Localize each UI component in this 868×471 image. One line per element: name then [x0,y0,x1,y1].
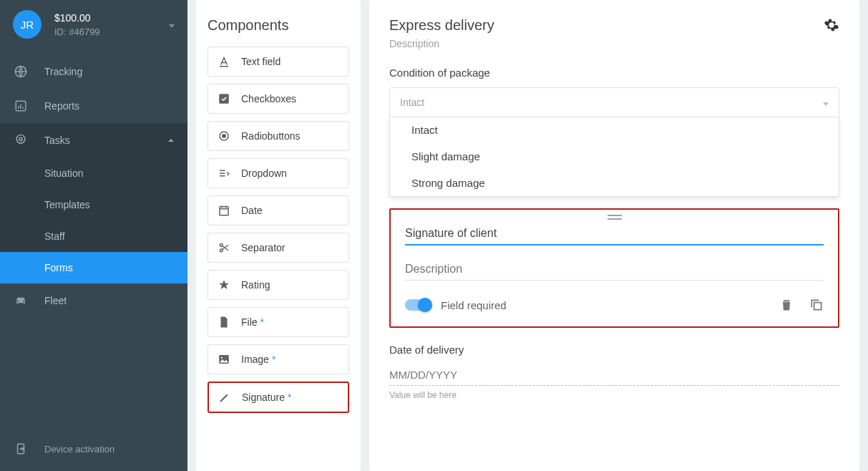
nav-label: Reports [44,100,79,112]
field-name-input[interactable] [405,223,824,246]
svg-rect-3 [20,105,21,109]
svg-rect-16 [608,215,622,216]
component-radiobuttons[interactable]: Radiobuttons [208,121,349,151]
date-input[interactable] [389,364,839,386]
component-image[interactable]: Image * [208,344,349,374]
svg-rect-18 [814,303,821,310]
comp-label: Separator [241,242,285,253]
field-description-input[interactable] [405,258,824,281]
cut-icon [217,241,231,255]
svg-rect-11 [220,207,228,215]
pencil-icon [218,390,232,404]
drag-handle-icon[interactable] [608,214,622,221]
comp-label: File [241,316,258,328]
required-star: * [272,354,275,365]
car-icon [13,293,29,309]
calendar-icon [217,203,231,218]
required-toggle[interactable] [405,299,431,311]
comp-label: Dropdown [241,167,287,179]
editor-panel: Express delivery Description Condition o… [369,0,859,471]
component-file[interactable]: File * [208,307,349,337]
component-separator[interactable]: Separator [208,233,349,263]
date-hint: Value will be here [389,390,839,400]
chevron-down-icon [823,97,829,108]
avatar: JR [13,10,42,39]
comp-label: Checkboxes [241,93,296,105]
editor-header: Express delivery Description [389,17,839,49]
condition-options: Intact Slight damage Strong damage [389,117,839,197]
form-description: Description [389,38,494,49]
user-block[interactable]: JR $100.00 ID: #46799 [0,0,187,49]
comp-label: Date [241,205,263,216]
svg-point-10 [223,135,226,138]
svg-rect-17 [608,218,622,220]
nav-templates[interactable]: Templates [0,189,187,220]
user-balance: $100.00 [54,12,100,24]
option-intact[interactable]: Intact [390,117,839,143]
svg-point-13 [220,249,223,252]
field-controls: Field required [405,298,824,312]
comp-label: Signature [242,392,285,403]
nav-staff[interactable]: Staff [0,220,187,252]
required-label: Field required [441,299,507,311]
required-star: * [260,316,264,328]
device-activation[interactable]: Device activation [0,431,187,467]
svg-point-5 [16,135,25,144]
date-field: Date of delivery Value will be here [389,344,839,400]
globe-icon [13,64,29,79]
nav-tasks[interactable]: Tasks [0,123,187,157]
components-panel: Components Text field Checkboxes Radiobu… [196,0,361,471]
nav-fleet[interactable]: Fleet [0,283,187,318]
svg-point-12 [220,243,223,246]
dropdown-value: Intact [400,97,424,108]
sidebar: JR $100.00 ID: #46799 Tracking Reports T… [0,0,187,471]
required-star: * [288,392,291,403]
signature-field-editor: Field required [389,208,839,328]
svg-rect-4 [22,107,24,109]
components-title: Components [208,17,349,34]
chevron-up-icon [167,137,175,144]
nav-label: Fleet [44,295,67,306]
radio-icon [217,129,231,143]
nav-situation[interactable]: Situation [0,157,187,189]
footer-label: Device activation [44,444,114,455]
chart-icon [13,98,29,114]
svg-rect-2 [18,106,19,109]
component-date[interactable]: Date [208,195,349,225]
svg-point-15 [221,357,223,359]
nav-tracking[interactable]: Tracking [0,54,187,89]
component-checkboxes[interactable]: Checkboxes [208,84,349,114]
form-title: Express delivery [389,17,494,34]
nav-forms[interactable]: Forms [0,252,187,283]
comp-label: Radiobuttons [241,130,301,142]
condition-field: Condition of package Intact Intact Sligh… [389,67,839,197]
nav: Tracking Reports Tasks Situation Templat… [0,54,187,431]
component-dropdown[interactable]: Dropdown [208,158,349,188]
settings-button[interactable] [824,17,839,33]
duplicate-button[interactable] [809,298,824,312]
text-icon [217,54,231,69]
date-label: Date of delivery [389,344,839,356]
nav-reports[interactable]: Reports [0,89,187,123]
component-text-field[interactable]: Text field [208,47,349,77]
dropdown-icon [217,166,231,180]
checkbox-icon [217,92,231,106]
nav-label: Tracking [44,66,82,77]
comp-label: Image [241,354,269,365]
component-rating[interactable]: Rating [208,270,349,300]
option-strong[interactable]: Strong damage [390,170,839,196]
pin-icon [13,132,29,148]
option-slight[interactable]: Slight damage [390,143,839,170]
condition-label: Condition of package [389,67,839,79]
user-info: $100.00 ID: #46799 [54,12,100,37]
delete-button[interactable] [779,298,794,312]
file-icon [217,315,231,329]
condition-dropdown[interactable]: Intact [389,87,839,117]
chevron-down-icon [169,18,175,31]
svg-point-6 [19,137,22,140]
star-icon [217,278,231,292]
user-id: ID: #46799 [54,26,100,37]
component-signature[interactable]: Signature * [208,382,349,413]
comp-label: Rating [241,279,270,291]
sub-nav: Situation Templates Staff Forms [0,157,187,283]
